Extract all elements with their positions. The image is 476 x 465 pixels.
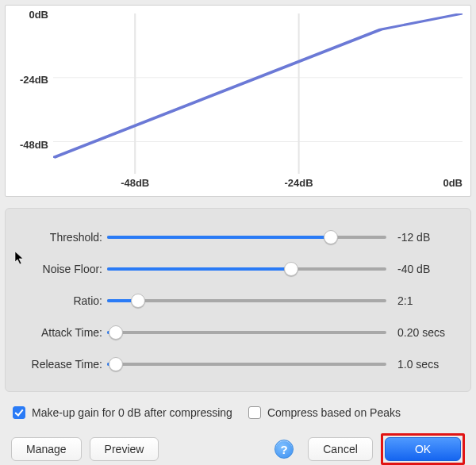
ratio-value: 2:1 <box>386 294 456 307</box>
noise-floor-value: -40 dB <box>386 263 456 275</box>
y-tick-2: -48dB <box>10 139 48 151</box>
release-time-row: Release Time: 1.0 secs <box>20 350 456 379</box>
noise-floor-row: Noise Floor: -40 dB <box>20 255 456 283</box>
compressor-graph: 0dB -24dB -48dB -48dB -24dB 0dB <box>5 5 471 197</box>
slider-panel: Threshold: -12 dB Noise Floor: -40 dB <box>5 208 471 392</box>
graph-plot <box>53 13 463 174</box>
noise-floor-slider[interactable] <box>107 261 386 277</box>
slider-thumb[interactable] <box>131 294 145 308</box>
threshold-row: Threshold: -12 dB <box>20 223 456 252</box>
threshold-label: Threshold: <box>20 231 107 244</box>
slider-thumb[interactable] <box>109 325 123 340</box>
threshold-slider[interactable] <box>107 229 386 245</box>
makeup-gain-label: Make-up gain for 0 dB after compressing <box>32 406 232 419</box>
slider-thumb[interactable] <box>284 262 298 276</box>
ok-highlight: OK <box>381 433 465 465</box>
checkbox-icon <box>13 406 25 419</box>
slider-thumb[interactable] <box>109 357 123 371</box>
slider-thumb[interactable] <box>324 230 338 244</box>
checkbox-icon <box>248 406 261 419</box>
attack-time-row: Attack Time: 0.20 secs <box>20 318 456 347</box>
y-tick-1: -24dB <box>10 74 48 86</box>
help-button[interactable]: ? <box>274 440 294 459</box>
compress-peaks-label: Compress based on Peaks <box>267 406 401 419</box>
threshold-value: -12 dB <box>386 231 456 244</box>
noise-floor-label: Noise Floor: <box>20 263 107 275</box>
x-tick-0: -48dB <box>121 177 149 189</box>
release-time-slider[interactable] <box>107 356 386 372</box>
ratio-slider[interactable] <box>107 293 386 309</box>
release-time-label: Release Time: <box>20 358 107 371</box>
manage-button[interactable]: Manage <box>11 437 82 461</box>
x-tick-2: 0dB <box>443 177 463 189</box>
preview-button[interactable]: Preview <box>90 437 159 461</box>
x-tick-1: -24dB <box>285 177 313 189</box>
compress-peaks-checkbox[interactable]: Compress based on Peaks <box>248 406 401 419</box>
attack-time-value: 0.20 secs <box>386 326 456 339</box>
ratio-row: Ratio: 2:1 <box>20 286 456 315</box>
y-tick-0: 0dB <box>10 9 48 21</box>
ratio-label: Ratio: <box>20 294 107 307</box>
attack-time-label: Attack Time: <box>20 326 107 339</box>
cancel-button[interactable]: Cancel <box>308 437 373 461</box>
release-time-value: 1.0 secs <box>386 358 456 371</box>
makeup-gain-checkbox[interactable]: Make-up gain for 0 dB after compressing <box>13 406 232 419</box>
ok-button[interactable]: OK <box>385 437 461 461</box>
attack-time-slider[interactable] <box>107 325 386 340</box>
